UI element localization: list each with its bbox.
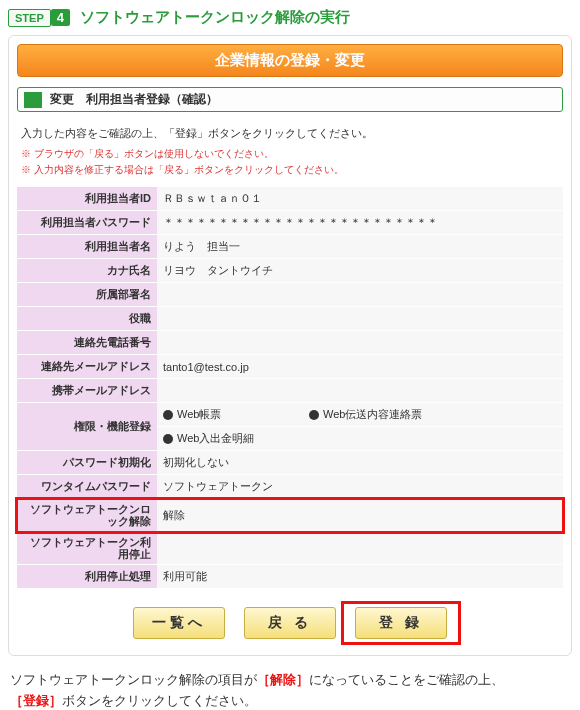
section-square-icon	[24, 92, 42, 108]
table-row: ソフトウェアトークンロック解除解除	[17, 499, 563, 532]
table-row: 所属部署名	[17, 283, 563, 307]
field-label: カナ氏名	[17, 259, 157, 283]
field-label: 利用担当者パスワード	[17, 211, 157, 235]
field-value	[157, 331, 563, 355]
perm-item: Web入出金明細	[177, 432, 254, 444]
table-row: 利用停止処理利用可能	[17, 565, 563, 589]
field-label: 役職	[17, 307, 157, 331]
perm-item: Web伝送内容連絡票	[323, 408, 422, 420]
bullet-icon	[163, 434, 173, 444]
footnote-keyword: ［登録］	[10, 693, 62, 708]
table-row: 権限・機能登録 Web帳票 Web伝送内容連絡票	[17, 403, 563, 427]
field-label: ソフトウェアトークン利用停止	[17, 532, 157, 565]
step-number-badge: 4	[51, 9, 70, 26]
table-row: パスワード初期化初期化しない	[17, 451, 563, 475]
section-bar: 変更 利用担当者登録（確認）	[17, 87, 563, 112]
field-label: パスワード初期化	[17, 451, 157, 475]
field-label: 携帯メールアドレス	[17, 379, 157, 403]
section-title: 変更 利用担当者登録（確認）	[50, 91, 218, 108]
table-row: 連絡先メールアドレスtanto1@test.co.jp	[17, 355, 563, 379]
perm-item: Web帳票	[177, 408, 221, 420]
table-row: 連絡先電話番号	[17, 331, 563, 355]
button-row: 一覧へ 戻 る 登 録	[17, 607, 563, 639]
table-row: 役職	[17, 307, 563, 331]
main-panel: 企業情報の登録・変更 変更 利用担当者登録（確認） 入力した内容をご確認の上、「…	[8, 35, 572, 656]
instruction-text: 入力した内容をご確認の上、「登録」ボタンをクリックしてください。	[21, 126, 559, 141]
table-row: ソフトウェアトークン利用停止	[17, 532, 563, 565]
field-value-token-unlock: 解除	[157, 499, 563, 532]
table-row: 利用担当者名りよう 担当一	[17, 235, 563, 259]
table-row: 携帯メールアドレス	[17, 379, 563, 403]
table-row: カナ氏名リヨウ タントウイチ	[17, 259, 563, 283]
field-value: ＊＊＊＊＊＊＊＊＊＊＊＊＊＊＊＊＊＊＊＊＊＊＊＊＊	[157, 211, 563, 235]
list-button[interactable]: 一覧へ	[133, 607, 225, 639]
footnote: ソフトウェアトークンロック解除の項目が［解除］になっていることをご確認の上、 ［…	[10, 670, 570, 710]
field-value	[157, 307, 563, 331]
field-value: Web伝送内容連絡票	[303, 403, 563, 427]
field-label: 利用担当者ID	[17, 187, 157, 211]
warning-line-2: ※ 入力内容を修正する場合は「戻る」ボタンをクリックしてください。	[21, 163, 559, 177]
back-button[interactable]: 戻 る	[244, 607, 336, 639]
field-label: 利用停止処理	[17, 565, 157, 589]
field-value: リヨウ タントウイチ	[157, 259, 563, 283]
field-value	[157, 283, 563, 307]
field-value	[157, 532, 563, 565]
field-value: Web入出金明細	[157, 427, 563, 451]
table-row: 利用担当者IDＲＢｓｗｔａｎ０１	[17, 187, 563, 211]
field-value: Web帳票	[157, 403, 303, 427]
bullet-icon	[163, 410, 173, 420]
register-button[interactable]: 登 録	[355, 607, 447, 639]
field-value: 利用可能	[157, 565, 563, 589]
info-table: 利用担当者IDＲＢｓｗｔａｎ０１ 利用担当者パスワード＊＊＊＊＊＊＊＊＊＊＊＊＊…	[17, 187, 563, 589]
field-label: 権限・機能登録	[17, 403, 157, 451]
field-value: ＲＢｓｗｔａｎ０１	[157, 187, 563, 211]
field-label: ワンタイムパスワード	[17, 475, 157, 499]
step-header: STEP4 ソフトウェアトークンロック解除の実行	[8, 8, 572, 27]
step-title: ソフトウェアトークンロック解除の実行	[80, 8, 350, 27]
footnote-text: になっていることをご確認の上、	[309, 672, 504, 687]
field-label: 利用担当者名	[17, 235, 157, 259]
field-value: 初期化しない	[157, 451, 563, 475]
field-label: 所属部署名	[17, 283, 157, 307]
field-label-token-unlock: ソフトウェアトークンロック解除	[17, 499, 157, 532]
footnote-text: ソフトウェアトークンロック解除の項目が	[10, 672, 257, 687]
warning-line-1: ※ ブラウザの「戻る」ボタンは使用しないでください。	[21, 147, 559, 161]
step-label-badge: STEP	[8, 9, 51, 27]
footnote-text: ボタンをクリックしてください。	[62, 693, 257, 708]
table-row: 利用担当者パスワード＊＊＊＊＊＊＊＊＊＊＊＊＊＊＊＊＊＊＊＊＊＊＊＊＊	[17, 211, 563, 235]
footnote-keyword: ［解除］	[257, 672, 309, 687]
field-value	[157, 379, 563, 403]
field-value: tanto1@test.co.jp	[157, 355, 563, 379]
field-label: 連絡先メールアドレス	[17, 355, 157, 379]
bullet-icon	[309, 410, 319, 420]
table-row: ワンタイムパスワードソフトウェアトークン	[17, 475, 563, 499]
register-button-highlight: 登 録	[347, 607, 455, 639]
field-label: 連絡先電話番号	[17, 331, 157, 355]
field-value: りよう 担当一	[157, 235, 563, 259]
field-value: ソフトウェアトークン	[157, 475, 563, 499]
panel-header: 企業情報の登録・変更	[17, 44, 563, 77]
